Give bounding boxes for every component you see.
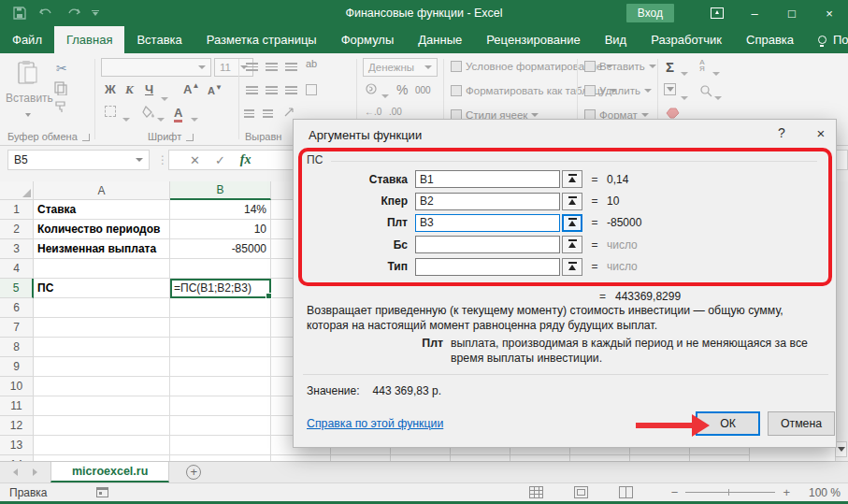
cell-B2[interactable]: 10 [170,220,271,239]
cell-A3[interactable]: Неизменная выплата [34,239,170,259]
row-header-4[interactable]: 4 [0,259,34,279]
fill-color-icon[interactable] [142,106,155,121]
wrap-text-icon[interactable]: ab [306,58,317,69]
sheet-tab-active[interactable]: microexcel.ru [50,462,169,482]
new-sheet-icon[interactable]: + [186,465,201,480]
argument-input-Бс[interactable] [415,236,560,253]
cell-B12[interactable] [170,416,271,436]
row-header-7[interactable]: 7 [0,318,34,338]
select-all-corner[interactable] [0,181,34,200]
align-center-icon[interactable] [266,84,278,97]
cell-B13[interactable] [170,436,271,455]
sign-in-button[interactable]: Вход [626,4,674,22]
name-box-dropdown-icon[interactable] [136,158,143,162]
row-header-1[interactable]: 1 [0,200,34,220]
next-sheet-icon[interactable] [33,468,37,476]
collapse-dialog-button[interactable] [562,170,582,188]
cell-A1[interactable]: Ставка [34,200,170,220]
customize-qat-icon[interactable] [92,10,99,17]
save-icon[interactable] [13,7,26,20]
sort-filter-dropdown-icon[interactable] [712,65,720,79]
argument-input-Плт[interactable]: B3 [415,214,560,232]
row-header-12[interactable]: 12 [0,416,34,436]
collapse-dialog-button[interactable] [562,236,582,253]
collapse-dialog-button[interactable] [562,214,582,232]
prev-sheet-icon[interactable] [13,468,18,476]
dialog-launcher-icon[interactable] [82,134,90,141]
column-header-B[interactable]: B [170,181,271,200]
sort-filter-icon[interactable]: АЯ [699,59,705,72]
align-left-icon[interactable] [246,84,258,97]
ribbon-tab-вставка[interactable]: Вставка [124,26,194,53]
fill-dropdown-icon[interactable] [681,90,688,103]
underline-button[interactable]: Ч [145,82,153,96]
fill-down-icon[interactable] [664,83,676,95]
format-painter-icon[interactable] [54,100,67,116]
undo-icon[interactable] [39,7,52,20]
row-header-8[interactable]: 8 [0,338,34,357]
cell-B5[interactable]: =ПС(B1;B2;B3) [170,279,271,298]
percent-style-button[interactable]: % [396,82,408,97]
ribbon-tab-вид[interactable]: Вид [593,26,640,53]
ribbon-tab-file[interactable]: Файл [0,26,54,53]
number-format-dropdown[interactable]: Денежны [363,58,438,77]
increase-decimal-icon[interactable]: ←.0 [365,107,381,117]
align-bottom-icon[interactable] [285,61,297,74]
column-header-A[interactable]: A [34,181,170,200]
ribbon-tab-разметка страницы[interactable]: Разметка страницы [194,26,329,53]
ribbon-tab-справка[interactable]: Справка [734,26,806,53]
cell-A8[interactable] [34,338,170,357]
grow-font-button[interactable]: А▲ [183,81,199,96]
row-header-9[interactable]: 9 [0,357,34,377]
dialog-close-icon[interactable]: × [808,125,834,144]
font-name-dropdown[interactable] [101,58,211,77]
cell-B3[interactable]: -85000 [170,239,271,259]
autosum-dropdown-icon[interactable] [681,65,688,79]
row-header-11[interactable]: 11 [0,396,34,416]
decrease-indent-icon[interactable] [244,108,254,121]
find-dropdown-icon[interactable] [714,90,722,103]
ribbon-tab-разработчик[interactable]: Разработчик [639,26,734,53]
row-header-2[interactable]: 2 [0,220,34,239]
argument-input-Тип[interactable] [415,258,560,276]
accounting-format-icon[interactable] [365,82,380,98]
cell-B7[interactable] [170,318,271,338]
cell-A2[interactable]: Количество периодов [34,220,170,239]
font-color-button[interactable]: А [174,106,182,120]
ribbon-tab-формулы[interactable]: Формулы [329,26,407,53]
ribbon-display-options-icon[interactable] [698,0,736,26]
ribbon-tab-помощн[interactable]: Помощн [806,26,848,53]
cell-B6[interactable] [170,298,271,318]
zoom-out-icon[interactable]: − [664,485,686,499]
cell-A10[interactable] [34,377,170,396]
bold-button[interactable]: Ж [105,82,116,96]
merge-center-icon[interactable] [306,84,317,98]
ribbon-tab-главная[interactable]: Главная [54,26,124,53]
cut-icon[interactable]: ✂ [56,61,67,76]
redo-icon[interactable] [65,7,79,20]
borders-dropdown-icon[interactable] [122,111,130,124]
align-right-icon[interactable] [285,84,297,97]
row-header-13[interactable]: 13 [0,436,34,455]
ribbon-tab-рецензирование[interactable]: Рецензирование [474,26,592,53]
page-layout-view-icon[interactable] [574,486,588,498]
delete-cells-button[interactable]: Удалить [584,85,652,96]
find-select-icon[interactable] [699,84,712,100]
row-header-6[interactable]: 6 [0,298,34,318]
cell-B9[interactable] [170,357,271,377]
cell-A4[interactable] [34,259,170,279]
insert-cells-button[interactable]: Вставить [584,61,656,72]
macro-record-icon[interactable] [96,487,108,497]
collapse-dialog-button[interactable] [562,258,582,276]
normal-view-icon[interactable] [529,486,543,498]
argument-input-Кпер[interactable]: B2 [415,193,560,210]
argument-input-Ставка[interactable]: B1 [415,170,560,188]
ribbon-tab-данные[interactable]: Данные [406,26,474,53]
close-button[interactable]: × [811,0,848,26]
row-header-5[interactable]: 5 [0,279,34,298]
cell-A7[interactable] [34,318,170,338]
comma-style-button[interactable]: 000 [415,85,431,95]
collapse-dialog-button[interactable] [562,193,582,210]
underline-dropdown-icon[interactable] [161,91,168,104]
zoom-slider[interactable] [685,492,775,493]
